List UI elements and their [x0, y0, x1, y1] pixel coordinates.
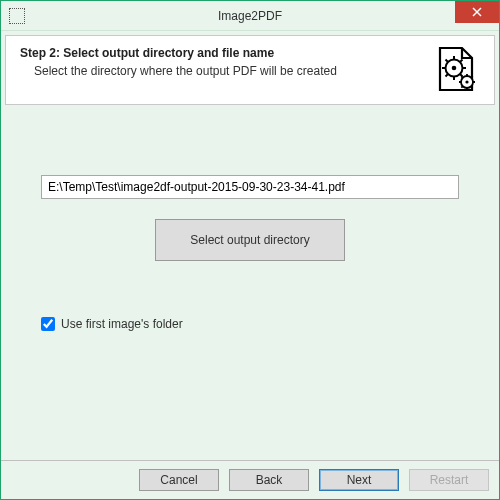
- use-first-folder-checkbox[interactable]: [41, 317, 55, 331]
- header-text: Step 2: Select output directory and file…: [20, 46, 432, 78]
- close-button[interactable]: [455, 1, 499, 23]
- svg-line-21: [471, 86, 473, 88]
- next-button[interactable]: Next: [319, 469, 399, 491]
- svg-point-3: [452, 66, 457, 71]
- step-description: Select the directory where the output PD…: [34, 64, 432, 78]
- app-window: Image2PDF Step 2: Select output director…: [0, 0, 500, 500]
- svg-line-20: [461, 86, 463, 88]
- wizard-header: Step 2: Select output directory and file…: [5, 35, 495, 105]
- select-output-directory-button[interactable]: Select output directory: [155, 219, 345, 261]
- wizard-content: Select output directory Use first image'…: [1, 105, 499, 460]
- titlebar: Image2PDF: [1, 1, 499, 31]
- step-title: Step 2: Select output directory and file…: [20, 46, 432, 60]
- cancel-button[interactable]: Cancel: [139, 469, 219, 491]
- output-path-input[interactable]: [41, 175, 459, 199]
- close-icon: [472, 7, 482, 17]
- svg-line-18: [461, 76, 463, 78]
- use-first-folder-row: Use first image's folder: [41, 317, 459, 331]
- use-first-folder-label[interactable]: Use first image's folder: [61, 317, 183, 331]
- page-gear-icon: [432, 46, 480, 94]
- window-title: Image2PDF: [1, 9, 499, 23]
- wizard-footer: Cancel Back Next Restart: [1, 460, 499, 499]
- restart-button[interactable]: Restart: [409, 469, 489, 491]
- svg-point-13: [465, 80, 468, 83]
- back-button[interactable]: Back: [229, 469, 309, 491]
- svg-line-19: [471, 76, 473, 78]
